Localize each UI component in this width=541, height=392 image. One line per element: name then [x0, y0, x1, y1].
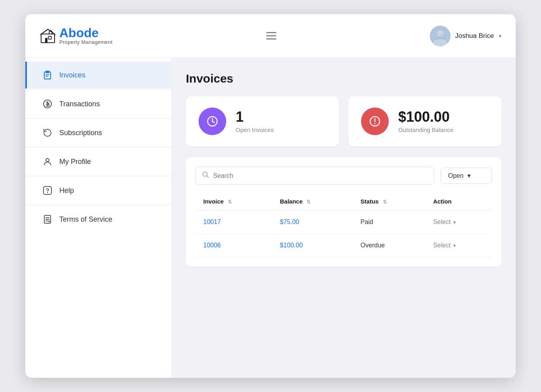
sidebar-item-invoices[interactable]: Invoices	[25, 62, 171, 89]
table-section: Open ▾ Invoice ⇅ Balance	[186, 157, 501, 267]
col-invoice-label: Invoice	[203, 198, 224, 205]
app-container: Abode Property Management	[25, 14, 516, 378]
app-title: Abode	[59, 26, 112, 39]
logo-area: Abode Property Management	[40, 26, 112, 45]
sidebar-item-my-profile-label: My Profile	[59, 158, 91, 166]
divider-3	[25, 147, 171, 147]
table-row: 10017 $75.00 Paid Select ▾	[195, 211, 492, 234]
sidebar-item-transactions-label: Transactions	[59, 100, 100, 108]
svg-point-8	[437, 30, 444, 37]
outstanding-balance-label: Outstanding Balance	[398, 126, 453, 133]
table-body: 10017 $75.00 Paid Select ▾ 10006	[195, 211, 492, 257]
svg-point-28	[375, 123, 376, 124]
logo-icon	[40, 28, 56, 44]
svg-rect-0	[41, 34, 55, 43]
dollar-icon	[43, 99, 52, 109]
invoice-status-0: Paid	[353, 211, 426, 234]
sidebar-item-transactions[interactable]: Transactions	[25, 90, 171, 117]
avatar	[430, 26, 450, 46]
outstanding-balance-card: $100.00 Outstanding Balance	[348, 96, 501, 146]
select-label-0: Select	[433, 219, 450, 226]
logo-text: Abode Property Management	[59, 26, 112, 45]
invoice-balance-0: $75.00	[272, 211, 353, 234]
svg-rect-2	[48, 36, 51, 39]
table-header: Invoice ⇅ Balance ⇅ Status ⇅	[195, 192, 492, 211]
select-label-1: Select	[433, 242, 450, 249]
invoice-action-1: Select ▾	[425, 234, 492, 257]
app-body: Invoices Transactions	[25, 58, 516, 378]
sidebar-item-terms[interactable]: Terms of Service	[25, 206, 171, 233]
svg-line-30	[207, 176, 209, 178]
col-balance-sort-icon[interactable]: ⇅	[306, 199, 310, 205]
document-icon	[43, 215, 52, 224]
sidebar-item-my-profile[interactable]: My Profile	[25, 148, 171, 175]
header: Abode Property Management	[25, 14, 516, 58]
user-menu-chevron-icon: ▾	[499, 33, 501, 39]
svg-point-16	[46, 158, 49, 162]
divider-1	[25, 89, 171, 90]
sidebar-item-invoices-label: Invoices	[59, 71, 85, 79]
app-subtitle: Property Management	[59, 39, 112, 45]
table-row: 10006 $100.00 Overdue Select ▾	[195, 234, 492, 257]
user-name-label: Joshua Brice	[455, 32, 494, 40]
invoice-table: Invoice ⇅ Balance ⇅ Status ⇅	[195, 192, 492, 257]
status-filter-chevron-icon: ▾	[467, 172, 471, 179]
divider-5	[25, 205, 171, 205]
open-invoices-icon-circle	[199, 107, 226, 135]
col-balance-label: Balance	[280, 198, 303, 205]
col-invoice-sort-icon[interactable]: ⇅	[228, 199, 232, 205]
col-action: Action	[425, 192, 492, 211]
outstanding-balance-info: $100.00 Outstanding Balance	[398, 110, 453, 133]
svg-line-25	[212, 121, 214, 122]
col-status-label: Status	[361, 198, 379, 205]
search-input[interactable]	[213, 172, 428, 179]
menu-line-1	[266, 32, 276, 33]
status-filter-dropdown[interactable]: Open ▾	[441, 168, 492, 184]
status-filter-value: Open	[448, 172, 463, 179]
clipboard-icon	[43, 70, 52, 80]
invoice-status-1: Overdue	[353, 234, 426, 257]
outstanding-balance-number: $100.00	[398, 110, 450, 124]
page-title: Invoices	[186, 72, 501, 85]
sidebar-item-help[interactable]: Help	[25, 177, 171, 204]
help-icon	[43, 186, 52, 195]
hamburger-menu-button[interactable]	[266, 32, 276, 40]
table-header-row: Invoice ⇅ Balance ⇅ Status ⇅	[195, 192, 492, 211]
menu-line-2	[266, 35, 276, 36]
main-content: Invoices 1 Open Invoices	[172, 58, 516, 378]
open-invoices-number: 1	[236, 110, 244, 124]
col-status: Status ⇅	[353, 192, 426, 211]
select-chevron-icon-1: ▾	[453, 243, 456, 249]
sidebar-item-terms-label: Terms of Service	[59, 215, 112, 224]
table-controls: Open ▾	[195, 167, 492, 185]
select-button-1[interactable]: Select ▾	[433, 242, 456, 249]
sidebar-item-subscriptions-label: Subscriptions	[59, 129, 102, 137]
sidebar: Invoices Transactions	[25, 58, 172, 378]
col-balance: Balance ⇅	[272, 192, 353, 211]
open-invoices-info: 1 Open Invoices	[236, 110, 274, 133]
col-status-sort-icon[interactable]: ⇅	[383, 199, 387, 205]
invoice-number-0[interactable]: 10017	[195, 211, 272, 234]
svg-point-18	[47, 192, 48, 193]
refresh-icon	[43, 128, 52, 138]
invoice-balance-1: $100.00	[272, 234, 353, 257]
select-button-0[interactable]: Select ▾	[433, 219, 456, 226]
select-chevron-icon-0: ▾	[453, 219, 456, 225]
outstanding-balance-icon-circle	[361, 107, 389, 135]
sidebar-item-subscriptions[interactable]: Subscriptions	[25, 119, 171, 146]
search-input-wrap[interactable]	[195, 167, 434, 185]
invoice-action-0: Select ▾	[425, 211, 492, 234]
menu-line-3	[266, 38, 276, 40]
open-invoices-card: 1 Open Invoices	[186, 96, 339, 146]
user-menu[interactable]: Joshua Brice ▾	[430, 26, 501, 46]
col-action-label: Action	[433, 198, 452, 205]
invoice-number-1[interactable]: 10006	[195, 234, 272, 257]
search-icon	[202, 171, 209, 180]
col-invoice: Invoice ⇅	[195, 192, 272, 211]
stats-row: 1 Open Invoices $100.00	[186, 96, 501, 146]
sidebar-item-help-label: Help	[59, 187, 74, 195]
person-icon	[43, 157, 52, 166]
divider-4	[25, 176, 171, 176]
open-invoices-label: Open Invoices	[236, 126, 274, 133]
divider-2	[25, 118, 171, 119]
